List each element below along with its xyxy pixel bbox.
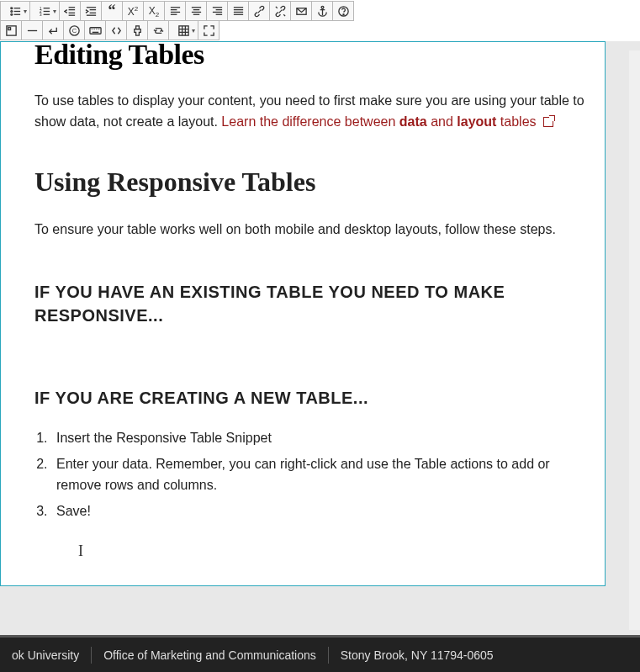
ul-icon <box>9 5 22 18</box>
external-link-icon <box>543 117 553 127</box>
anchor-button[interactable] <box>311 1 333 21</box>
keyboard-button[interactable] <box>84 20 106 40</box>
sup-icon: X2 <box>128 4 138 18</box>
fullscreen-button[interactable] <box>198 20 220 40</box>
svg-line-37 <box>283 14 285 16</box>
subscript-button[interactable]: X2 <box>143 1 165 21</box>
editor-toolbar: ▾123▾“X2X2 C▾ <box>0 0 640 41</box>
align-center-button[interactable] <box>185 1 207 21</box>
svg-rect-56 <box>178 25 188 34</box>
quote-icon: “ <box>108 4 116 18</box>
code-button[interactable] <box>105 20 127 40</box>
indent-icon <box>85 5 98 18</box>
return-button[interactable] <box>42 20 64 40</box>
footer-office[interactable]: Office of Marketing and Communications <box>92 647 329 664</box>
tbl-icon <box>177 24 190 37</box>
outdent-icon <box>64 5 77 18</box>
svg-text:C: C <box>71 27 77 34</box>
outdent-button[interactable] <box>59 1 81 21</box>
content-page[interactable]: Editing Tables To use tables to display … <box>0 41 606 586</box>
aj-icon <box>232 5 245 18</box>
list-item: Save! <box>51 501 598 522</box>
indent-button[interactable] <box>80 1 102 21</box>
superscript-button[interactable]: X2 <box>122 1 144 21</box>
align-justify-button[interactable] <box>227 1 249 21</box>
kbd-icon <box>89 24 102 37</box>
ar-icon <box>211 5 224 18</box>
unlink-button[interactable] <box>269 1 291 21</box>
unordered-list-button[interactable]: ▾ <box>0 1 30 21</box>
rep-icon <box>152 24 165 37</box>
obj-icon <box>5 24 18 37</box>
learn-difference-link[interactable]: Learn the difference between data and la… <box>221 114 553 129</box>
svg-line-36 <box>275 6 277 8</box>
object-button[interactable] <box>0 20 22 40</box>
subsection-new: IF YOU ARE CREATING A NEW TABLE... <box>34 386 598 410</box>
toolbar-row-1: ▾123▾“X2X2 <box>0 1 640 21</box>
editor-canvas[interactable]: Editing Tables To use tables to display … <box>0 41 640 586</box>
subsection-existing: IF YOU HAVE AN EXISTING TABLE YOU NEED T… <box>34 280 598 327</box>
hr-icon <box>26 24 39 37</box>
help-button[interactable] <box>332 1 354 21</box>
svg-rect-49 <box>89 27 100 34</box>
email-button[interactable] <box>290 1 312 21</box>
plugin-button[interactable] <box>126 20 148 40</box>
svg-point-0 <box>10 7 12 8</box>
footer-university[interactable]: ok University <box>0 647 92 664</box>
section-intro: To ensure your table works well on both … <box>34 220 598 241</box>
text-cursor-icon: I <box>78 542 83 560</box>
align-right-button[interactable] <box>206 1 228 21</box>
dropdown-caret-icon: ▾ <box>24 8 27 15</box>
ordered-list-button[interactable]: 123▾ <box>29 1 60 21</box>
steps-list: Insert the Responsive Table SnippetEnter… <box>34 428 598 521</box>
dropdown-caret-icon: ▾ <box>53 8 56 15</box>
full-icon <box>203 24 215 37</box>
link-button[interactable] <box>248 1 270 21</box>
page-footer: ok University Office of Marketing and Co… <box>0 635 640 672</box>
plug-icon <box>131 24 144 37</box>
toolbar-row-2: C▾ <box>0 20 640 40</box>
link-icon <box>253 5 266 18</box>
intro-paragraph: To use tables to display your content, y… <box>34 91 598 133</box>
copy-icon: C <box>68 24 81 37</box>
anchor-icon <box>316 5 329 18</box>
list-item: Insert the Responsive Table Snippet <box>51 428 598 449</box>
page-title: Editing Tables <box>34 39 598 71</box>
dropdown-caret-icon: ▾ <box>192 27 195 34</box>
help-icon <box>337 5 350 18</box>
table-button[interactable]: ▾ <box>168 20 198 40</box>
align-left-button[interactable] <box>164 1 186 21</box>
ret-icon <box>47 24 60 37</box>
svg-rect-45 <box>8 27 10 29</box>
list-item: Enter your data. Remember, you can right… <box>51 454 598 496</box>
unlink-icon <box>274 5 287 18</box>
svg-point-39 <box>321 6 324 8</box>
ac-icon <box>190 5 203 18</box>
svg-point-1 <box>10 10 12 12</box>
footer-address: Stony Brook, NY 11794-0605 <box>329 647 505 664</box>
copyright-button[interactable]: C <box>63 20 85 40</box>
hr-button[interactable] <box>21 20 43 40</box>
sub-icon: X2 <box>149 3 159 19</box>
repeat-button[interactable] <box>147 20 169 40</box>
code-icon <box>110 24 123 37</box>
al-icon <box>169 5 182 18</box>
svg-text:3: 3 <box>39 13 41 17</box>
vertical-scrollbar[interactable] <box>629 50 640 630</box>
section-heading: Using Responsive Tables <box>34 167 598 198</box>
svg-point-2 <box>10 13 12 15</box>
mail-icon <box>295 5 308 18</box>
ol-icon: 123 <box>39 5 51 18</box>
svg-point-43 <box>342 13 343 14</box>
blockquote-button[interactable]: “ <box>101 1 123 21</box>
